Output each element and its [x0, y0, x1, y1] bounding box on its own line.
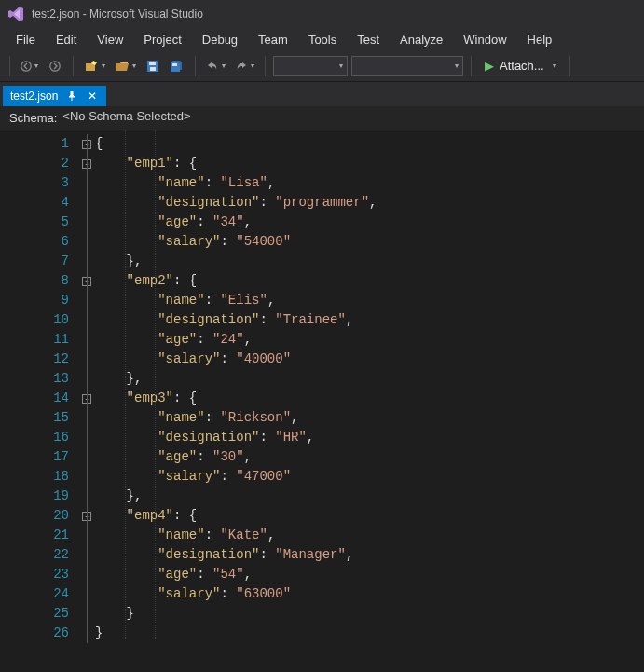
play-icon: ▶: [485, 59, 494, 73]
line-number: 7: [0, 252, 69, 271]
code-line[interactable]: },: [95, 487, 644, 506]
pin-icon[interactable]: [65, 89, 78, 103]
menu-team[interactable]: Team: [248, 30, 298, 49]
titlebar: test2.json - Microsoft Visual Studio: [0, 0, 644, 28]
menu-view[interactable]: View: [87, 30, 133, 49]
schema-label: Schema:: [9, 111, 57, 125]
toolbar-separator: [569, 56, 570, 76]
code-line[interactable]: "emp3": {: [95, 389, 644, 408]
redo-button[interactable]: ▾: [232, 56, 257, 76]
menu-test[interactable]: Test: [347, 30, 390, 49]
code-line[interactable]: "name": "Rickson",: [95, 408, 644, 428]
code-line[interactable]: {: [95, 134, 644, 154]
menubar: FileEditViewProjectDebugTeamToolsTestAna…: [0, 28, 644, 50]
code-line[interactable]: }: [95, 624, 644, 643]
code-line[interactable]: "emp1": {: [95, 154, 644, 173]
code-line[interactable]: "salary": "47000": [95, 467, 644, 487]
attach-button[interactable]: ▶ Attach... ▾: [479, 55, 562, 77]
line-number: 17: [0, 447, 69, 467]
menu-analyze[interactable]: Analyze: [390, 30, 453, 49]
code-line[interactable]: "salary": "63000": [95, 584, 644, 604]
line-number: 24: [0, 584, 69, 604]
line-number: 11: [0, 330, 69, 350]
tabstrip: test2.json ✕: [0, 82, 644, 106]
code-line[interactable]: },: [95, 252, 644, 271]
menu-debug[interactable]: Debug: [192, 30, 248, 49]
menu-tools[interactable]: Tools: [298, 30, 347, 49]
undo-button[interactable]: ▾: [203, 56, 228, 76]
svg-rect-4: [150, 67, 156, 71]
code-line[interactable]: },: [95, 369, 644, 389]
code-line[interactable]: "salary": "40000": [95, 350, 644, 369]
line-number: 10: [0, 310, 69, 330]
nav-back-button[interactable]: ▾: [18, 56, 41, 76]
code-line[interactable]: "age": "34",: [95, 213, 644, 232]
line-number: 8: [0, 271, 69, 291]
schema-select[interactable]: <No Schema Selected>: [62, 109, 635, 128]
line-number: 25: [0, 604, 69, 624]
fold-toggle[interactable]: -: [82, 277, 91, 286]
line-number: 12: [0, 350, 69, 369]
code-line[interactable]: "emp4": {: [95, 506, 644, 526]
window-title: test2.json - Microsoft Visual Studio: [32, 7, 203, 21]
toolbar-separator: [9, 56, 10, 76]
solution-platform-dropdown[interactable]: ▾: [351, 56, 463, 76]
svg-rect-3: [149, 62, 156, 65]
code-line[interactable]: "salary": "54000": [95, 232, 644, 252]
line-number: 5: [0, 213, 69, 232]
line-number: 6: [0, 232, 69, 252]
line-number: 2: [0, 154, 69, 173]
code-editor[interactable]: 1234567891011121314151617181920212223242…: [0, 130, 644, 672]
fold-toggle[interactable]: -: [82, 140, 91, 149]
code-line[interactable]: "designation": "Manager",: [95, 545, 644, 565]
toolbar-separator: [471, 56, 472, 76]
save-all-button[interactable]: [167, 56, 187, 76]
tab-label: test2.json: [10, 89, 58, 103]
solution-config-dropdown[interactable]: ▾: [273, 56, 348, 76]
code-line[interactable]: "age": "54",: [95, 565, 644, 584]
line-number: 22: [0, 545, 69, 565]
line-number: 1: [0, 134, 69, 154]
code-line[interactable]: "name": "Elis",: [95, 291, 644, 310]
line-number: 9: [0, 291, 69, 310]
tab-test2-json[interactable]: test2.json ✕: [3, 86, 106, 106]
code-line[interactable]: "designation": "programmer",: [95, 193, 644, 213]
menu-project[interactable]: Project: [133, 30, 191, 49]
line-number: 3: [0, 173, 69, 193]
fold-toggle[interactable]: -: [82, 512, 91, 521]
code-line[interactable]: "designation": "Trainee",: [95, 310, 644, 330]
code-line[interactable]: "age": "24",: [95, 330, 644, 350]
toolbar-separator: [265, 56, 266, 76]
code-line[interactable]: "designation": "HR",: [95, 428, 644, 447]
code-line[interactable]: "name": "Lisa",: [95, 173, 644, 193]
svg-rect-5: [172, 63, 177, 66]
line-number: 18: [0, 467, 69, 487]
line-number-gutter: 1234567891011121314151617181920212223242…: [0, 130, 78, 672]
line-number: 19: [0, 487, 69, 506]
line-number: 16: [0, 428, 69, 447]
code-line[interactable]: "age": "30",: [95, 447, 644, 467]
indent-guide: [125, 130, 126, 639]
line-number: 20: [0, 506, 69, 526]
line-number: 23: [0, 565, 69, 584]
menu-help[interactable]: Help: [517, 30, 563, 49]
line-number: 14: [0, 389, 69, 408]
indent-guide: [155, 130, 156, 639]
code-line[interactable]: }: [95, 604, 644, 624]
menu-file[interactable]: File: [6, 30, 46, 49]
open-file-button[interactable]: ▾: [112, 56, 139, 76]
line-number: 13: [0, 369, 69, 389]
fold-toggle[interactable]: -: [82, 159, 91, 169]
line-number: 26: [0, 624, 69, 643]
nav-fwd-button[interactable]: [45, 56, 65, 76]
code-line[interactable]: "emp2": {: [95, 271, 644, 291]
save-button[interactable]: [143, 56, 163, 76]
svg-point-1: [50, 61, 60, 70]
code-area[interactable]: { "emp1": { "name": "Lisa", "designation…: [95, 130, 644, 672]
close-icon[interactable]: ✕: [86, 89, 99, 103]
code-line[interactable]: "name": "Kate",: [95, 526, 644, 545]
menu-window[interactable]: Window: [453, 30, 516, 49]
menu-edit[interactable]: Edit: [46, 30, 87, 49]
new-project-button[interactable]: ▾: [81, 56, 108, 76]
fold-toggle[interactable]: -: [82, 394, 91, 404]
